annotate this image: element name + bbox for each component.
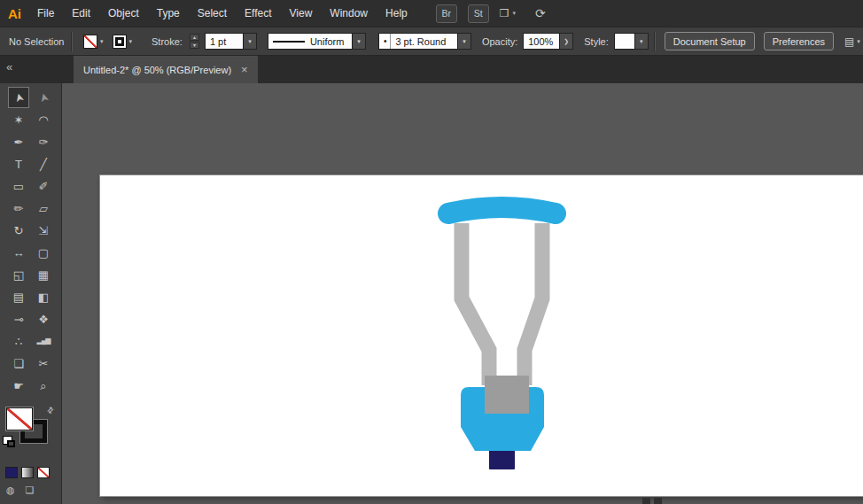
stroke-weight-caret-icon[interactable]: ▾: [244, 33, 257, 50]
zoom-tool-icon: ⌕: [40, 380, 46, 392]
variable-width-profile-dropdown[interactable]: Uniform: [268, 33, 353, 50]
stroke-weight-stepper[interactable]: ▴ ▾: [190, 34, 199, 49]
fill-indicator[interactable]: [6, 407, 33, 430]
crutch-tip[interactable]: [489, 448, 515, 469]
rotate-tool[interactable]: ↻: [8, 220, 29, 241]
artboard-tool-icon: ❏: [13, 358, 24, 369]
fill-caret-icon[interactable]: ▾: [100, 38, 104, 45]
bridge-button[interactable]: Br: [436, 4, 457, 23]
crutch-left-leg[interactable]: [462, 223, 489, 385]
blend-tool-icon: ❖: [38, 314, 49, 325]
menu-edit[interactable]: Edit: [63, 0, 99, 27]
column-graph-tool[interactable]: ▂▄▆: [33, 330, 54, 352]
menu-window[interactable]: Window: [321, 0, 377, 27]
fill-color-swatch[interactable]: [83, 35, 97, 49]
paintbrush-tool[interactable]: ✐: [33, 175, 54, 197]
width-profile-caret-icon[interactable]: ▾: [353, 33, 366, 50]
direct-selection-tool[interactable]: ➤: [33, 87, 54, 108]
fill-stroke-indicator: ⇄: [0, 406, 62, 450]
crutch-artwork[interactable]: [62, 83, 863, 504]
menu-view[interactable]: View: [281, 0, 322, 27]
screen-mode-icon[interactable]: ❏: [26, 485, 35, 496]
brush-definition-dropdown[interactable]: • 3 pt. Round: [378, 33, 458, 50]
preferences-button[interactable]: Preferences: [764, 32, 834, 50]
menubar-app-buttons: Br St ❒ ▾ ⟳: [436, 4, 546, 23]
perspective-grid-tool[interactable]: ▦: [33, 264, 54, 285]
lasso-tool[interactable]: ◠: [33, 109, 54, 130]
stroke-caret-icon[interactable]: ▾: [129, 38, 133, 45]
stroke-label[interactable]: Stroke:: [152, 36, 183, 47]
stepper-down-icon[interactable]: ▾: [190, 42, 199, 49]
menu-list: File Edit Object Type Select Effect View…: [28, 0, 416, 27]
opacity-field[interactable]: 100%: [523, 33, 560, 50]
slice-tool[interactable]: ✂: [33, 353, 54, 374]
artboard-tool[interactable]: ❏: [8, 353, 29, 374]
type-tool[interactable]: T: [8, 153, 29, 174]
line-segment-tool-icon: ╱: [40, 159, 47, 170]
brush-caret-icon[interactable]: ▾: [458, 33, 471, 50]
curvature-tool[interactable]: ✑: [33, 131, 54, 152]
crutch-right-leg[interactable]: [525, 223, 542, 385]
stepper-up-icon[interactable]: ▴: [190, 34, 199, 41]
menu-file[interactable]: File: [28, 0, 63, 27]
scale-tool[interactable]: ⇲: [33, 220, 54, 241]
free-transform-tool[interactable]: ▢: [33, 242, 54, 263]
zoom-tool[interactable]: ⌕: [33, 375, 54, 396]
menu-effect[interactable]: Effect: [236, 0, 280, 27]
document-tab[interactable]: Untitled-2* @ 50% (RGB/Preview) ×: [74, 56, 258, 83]
sync-status-icon[interactable]: ⟳: [535, 6, 546, 20]
color-button[interactable]: [5, 467, 18, 478]
collapse-panel-icon[interactable]: «: [6, 60, 12, 74]
draw-mode-icon[interactable]: ◍: [6, 485, 15, 496]
swap-fill-stroke-icon[interactable]: ⇄: [45, 405, 56, 415]
selection-tool[interactable]: ➤: [8, 87, 29, 108]
magic-wand-tool[interactable]: ✶: [8, 109, 29, 130]
symbol-sprayer-tool[interactable]: ∴: [8, 330, 29, 352]
more-options-caret-icon[interactable]: ▾: [857, 38, 860, 45]
crutch-underarm-pad[interactable]: [448, 207, 556, 213]
stroke-color-swatch[interactable]: [113, 35, 127, 49]
line-segment-tool[interactable]: ╱: [33, 153, 54, 174]
tab-close-icon[interactable]: ×: [241, 64, 248, 75]
more-options-icon[interactable]: ▤: [844, 35, 854, 48]
opacity-chevron-icon[interactable]: ❯: [560, 33, 573, 50]
stock-button[interactable]: St: [468, 4, 489, 23]
hand-tool[interactable]: ☛: [8, 375, 29, 396]
gradient-button[interactable]: [21, 467, 34, 478]
menu-type[interactable]: Type: [148, 0, 189, 27]
stroke-weight-field[interactable]: 1 pt: [205, 33, 244, 50]
menu-object[interactable]: Object: [99, 0, 148, 27]
rectangle-tool[interactable]: ▭: [8, 175, 29, 197]
eraser-tool[interactable]: ▱: [33, 198, 54, 219]
workspace-caret-icon[interactable]: ▾: [513, 10, 517, 17]
crutch-center-post[interactable]: [485, 376, 529, 414]
mesh-tool[interactable]: ▤: [8, 286, 29, 307]
color-mode-buttons: [5, 467, 50, 478]
opacity-label[interactable]: Opacity:: [482, 36, 517, 47]
pen-tool[interactable]: ✒: [8, 131, 29, 152]
eraser-tool-icon: ▱: [39, 203, 48, 214]
eyedropper-tool[interactable]: ⊸: [8, 308, 29, 330]
column-graph-tool-icon: ▂▄▆: [37, 337, 51, 345]
workspace-switcher-icon[interactable]: ❒: [500, 7, 509, 19]
brush-definition-value: 3 pt. Round: [395, 36, 446, 47]
shape-builder-tool[interactable]: ◱: [8, 264, 29, 285]
blend-tool[interactable]: ❖: [33, 308, 54, 330]
width-profile-value: Uniform: [310, 36, 345, 47]
default-fill-stroke-icon[interactable]: [3, 436, 12, 445]
gradient-tool[interactable]: ◧: [33, 286, 54, 307]
canvas[interactable]: [62, 83, 863, 504]
document-setup-button[interactable]: Document Setup: [665, 32, 755, 50]
width-tool[interactable]: ↔: [8, 242, 29, 263]
divider: [390, 34, 391, 49]
symbol-sprayer-tool-icon: ∴: [15, 336, 22, 347]
menu-select[interactable]: Select: [189, 0, 236, 27]
divider: [71, 32, 73, 51]
hand-tool-icon: ☛: [13, 380, 24, 392]
style-dropdown[interactable]: [614, 33, 635, 50]
none-button[interactable]: [37, 467, 50, 478]
style-caret-icon[interactable]: ▾: [635, 33, 649, 50]
shaper-tool[interactable]: ✏: [8, 198, 29, 219]
menu-help[interactable]: Help: [377, 0, 416, 27]
brush-dot-icon: •: [384, 36, 387, 46]
